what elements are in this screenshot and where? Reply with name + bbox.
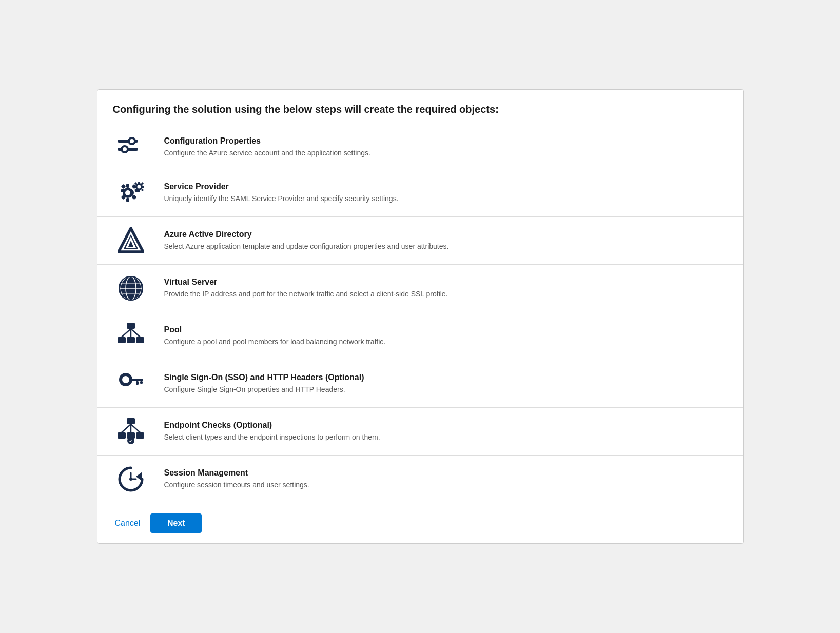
step-content-session-management: Session Management Configure session tim…	[164, 468, 728, 490]
step-item-endpoint-checks: ✓ Endpoint Checks (Optional) Select clie…	[97, 408, 743, 456]
svg-rect-20	[134, 186, 136, 188]
step-title-azure: Azure Active Directory	[164, 230, 728, 239]
step-item-pool: Pool Configure a pool and pool members f…	[97, 312, 743, 360]
globe-icon	[113, 275, 149, 302]
step-item-virtual-server: Virtual Server Provide the IP address an…	[97, 265, 743, 312]
svg-rect-55	[118, 432, 126, 439]
svg-rect-48	[131, 379, 143, 381]
wizard-footer: Cancel Next	[97, 503, 743, 543]
step-content-service-provider: Service Provider Uniquely identify the S…	[164, 182, 728, 204]
sliders-icon	[113, 137, 149, 158]
svg-point-47	[122, 376, 129, 383]
cancel-button[interactable]: Cancel	[113, 513, 143, 533]
svg-point-3	[122, 146, 128, 152]
step-content-endpoint-checks: Endpoint Checks (Optional) Select client…	[164, 421, 728, 443]
svg-point-7	[125, 190, 130, 195]
step-content-virtual-server: Virtual Server Provide the IP address an…	[164, 278, 728, 300]
svg-rect-43	[118, 337, 126, 343]
step-desc-endpoint-checks: Select client types and the endpoint ins…	[164, 432, 728, 443]
svg-text:✓: ✓	[129, 439, 133, 444]
step-title-pool: Pool	[164, 325, 728, 334]
svg-rect-44	[127, 337, 135, 343]
svg-point-2	[129, 138, 135, 144]
svg-point-17	[137, 185, 141, 189]
svg-point-63	[129, 478, 132, 481]
svg-rect-57	[136, 432, 144, 439]
step-title-virtual-server: Virtual Server	[164, 278, 728, 287]
step-title-endpoint-checks: Endpoint Checks (Optional)	[164, 421, 728, 430]
step-desc-service-provider: Uniquely identify the SAML Service Provi…	[164, 193, 728, 204]
step-item-configuration-properties: Configuration Properties Configure the A…	[97, 126, 743, 169]
svg-rect-50	[140, 381, 143, 384]
svg-rect-51	[127, 418, 135, 424]
svg-line-42	[131, 329, 140, 337]
svg-rect-39	[127, 323, 135, 329]
svg-line-40	[122, 329, 131, 337]
svg-rect-8	[126, 184, 129, 188]
wizard-container: Configuring the solution using the below…	[97, 89, 744, 544]
svg-rect-19	[138, 189, 140, 192]
svg-rect-49	[136, 381, 139, 385]
step-title-sso: Single Sign-On (SSO) and HTTP Headers (O…	[164, 373, 728, 382]
step-desc-pool: Configure a pool and pool members for lo…	[164, 337, 728, 347]
step-title-configuration-properties: Configuration Properties	[164, 136, 728, 146]
step-content-sso: Single Sign-On (SSO) and HTTP Headers (O…	[164, 373, 728, 395]
wizard-title: Configuring the solution using the below…	[113, 102, 728, 116]
step-desc-sso: Configure Single Sign-On properties and …	[164, 384, 728, 395]
key-icon	[113, 370, 149, 397]
step-desc-configuration-properties: Configure the Azure service account and …	[164, 148, 728, 159]
step-desc-session-management: Configure session timeouts and user sett…	[164, 480, 728, 490]
step-content-azure: Azure Active Directory Select Azure appl…	[164, 230, 728, 252]
network-icon	[113, 323, 149, 349]
svg-rect-45	[136, 337, 144, 343]
step-item-service-provider: Service Provider Uniquely identify the S…	[97, 169, 743, 217]
step-list: Configuration Properties Configure the A…	[97, 126, 743, 503]
step-desc-virtual-server: Provide the IP address and port for the …	[164, 289, 728, 300]
step-item-session-management: Session Management Configure session tim…	[97, 456, 743, 503]
azure-icon	[113, 227, 149, 254]
endpoint-icon: ✓	[113, 418, 149, 445]
step-content-configuration-properties: Configuration Properties Configure the A…	[164, 136, 728, 159]
session-icon	[113, 466, 149, 492]
svg-rect-9	[126, 198, 129, 202]
step-title-service-provider: Service Provider	[164, 182, 728, 191]
step-desc-azure: Select Azure application template and up…	[164, 241, 728, 252]
svg-marker-60	[136, 472, 142, 481]
svg-rect-12	[121, 184, 126, 189]
next-button[interactable]: Next	[150, 513, 202, 533]
step-item-sso: Single Sign-On (SSO) and HTTP Headers (O…	[97, 360, 743, 408]
step-item-azure-active-directory: Azure Active Directory Select Azure appl…	[97, 217, 743, 265]
svg-rect-21	[142, 186, 144, 188]
gears-icon	[113, 180, 149, 206]
svg-rect-18	[138, 182, 140, 184]
step-content-pool: Pool Configure a pool and pool members f…	[164, 325, 728, 347]
wizard-header: Configuring the solution using the below…	[97, 90, 743, 126]
svg-rect-10	[121, 189, 125, 192]
step-title-session-management: Session Management	[164, 468, 728, 478]
svg-line-52	[122, 424, 131, 432]
svg-line-54	[131, 424, 140, 432]
